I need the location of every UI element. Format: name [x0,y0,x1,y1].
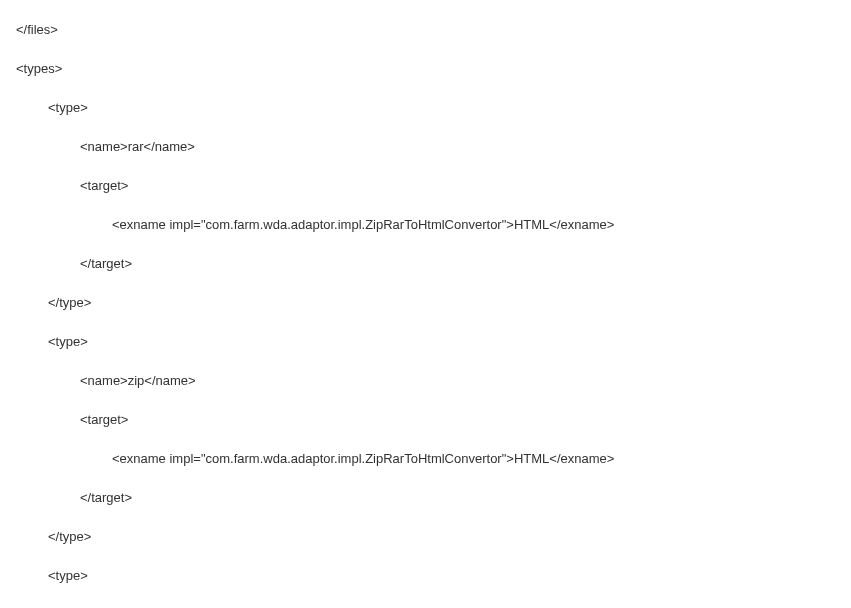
code-line: <exname impl="com.farm.wda.adaptor.impl.… [0,449,851,469]
code-line: <exname impl="com.farm.wda.adaptor.impl.… [0,215,851,235]
code-line: <types> [0,59,851,79]
code-line: <target> [0,410,851,430]
code-line: </type> [0,527,851,547]
code-line: <type> [0,332,851,352]
xml-code-block: </files> <types> <type> <name>rar</name>… [0,0,851,608]
code-line: </target> [0,488,851,508]
code-line: <type> [0,566,851,586]
code-line: <name>rar</name> [0,137,851,157]
code-line: </target> [0,254,851,274]
code-line: <name>web</name> [0,605,851,609]
code-line: </type> [0,293,851,313]
code-line: <type> [0,98,851,118]
code-line: </files> [0,20,851,40]
code-line: <name>zip</name> [0,371,851,391]
code-line: <target> [0,176,851,196]
